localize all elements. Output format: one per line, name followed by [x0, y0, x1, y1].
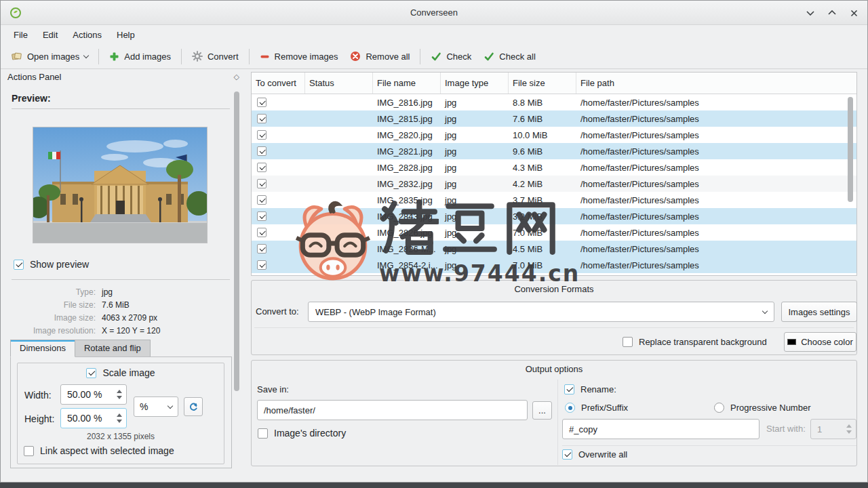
remove-all-button[interactable]: Remove all	[344, 47, 416, 66]
conversion-formats-title: Conversion Formats	[252, 284, 856, 294]
minimize-button[interactable]	[805, 7, 816, 18]
table-row[interactable]: IMG_2816.jpg jpg 8.8 MiB /home/faster/Pi…	[252, 94, 856, 110]
checkbox-box[interactable]	[258, 428, 268, 439]
browse-button[interactable]: ...	[532, 401, 552, 420]
row-file-size: 4.5 MiB	[509, 241, 576, 257]
spinner-arrows-icon[interactable]	[846, 424, 852, 434]
refresh-size-button[interactable]	[184, 397, 203, 416]
spinner-arrows-icon[interactable]	[117, 413, 122, 423]
replace-transparent-checkbox[interactable]: Replace transparent background	[623, 337, 767, 347]
info-resolution-label: Image resolution:	[9, 326, 96, 336]
table-row[interactable]: IMG_2828.jpg jpg 4.3 MiB /home/faster/Pi…	[252, 159, 856, 176]
remove-all-label: Remove all	[366, 52, 410, 62]
table-row[interactable]: IMG_2826-M... jpg 4.5 MiB /home/faster/P…	[252, 241, 856, 257]
save-in-input[interactable]: /home/faster/	[257, 400, 528, 420]
table-row[interactable]: IMG_2826.jpg jpg 7.0 MiB /home/faster/Pi…	[252, 224, 856, 241]
toolbar-separator	[181, 49, 182, 64]
format-combobox[interactable]: WEBP - (WebP Image Format)	[308, 302, 774, 322]
window-title: Converseen	[1, 7, 867, 18]
table-row[interactable]: IMG_2843.jpg jpg 3.2 MiB /home/faster/Pi…	[252, 208, 856, 224]
col-file-size[interactable]: File size	[509, 73, 576, 94]
preview-image	[33, 127, 208, 243]
scale-image-label: Scale image	[102, 367, 155, 378]
close-button[interactable]	[848, 7, 859, 18]
radio-circle[interactable]	[714, 403, 724, 413]
row-file-name: IMG_2815.jpg	[373, 110, 441, 127]
checkbox-box[interactable]	[623, 337, 633, 347]
maximize-button[interactable]	[827, 7, 837, 18]
table-row[interactable]: IMG_2832.jpg jpg 4.2 MiB /home/faster/Pi…	[252, 176, 856, 192]
col-file-name[interactable]: File name	[373, 73, 441, 94]
checkbox-box[interactable]	[564, 384, 574, 394]
menu-help[interactable]: Help	[109, 28, 142, 42]
add-images-button[interactable]: Add images	[103, 47, 177, 66]
overwrite-all-checkbox[interactable]: Overwrite all	[562, 449, 627, 460]
chevron-down-icon	[762, 308, 768, 313]
tab-rotate-and-flip[interactable]: Rotate and flip	[75, 340, 151, 357]
checkbox-box[interactable]	[14, 260, 24, 270]
row-convert-checkbox[interactable]	[257, 195, 267, 205]
scale-image-checkbox[interactable]: Scale image	[86, 367, 155, 378]
dock-float-icon[interactable]: ◇	[234, 73, 239, 81]
row-convert-checkbox[interactable]	[257, 228, 267, 237]
row-convert-checkbox[interactable]	[257, 211, 267, 221]
unit-combobox[interactable]: %	[134, 396, 178, 417]
radio-circle[interactable]	[565, 403, 575, 413]
rename-pattern-input[interactable]: #_copy	[562, 419, 760, 439]
checkbox-box[interactable]	[86, 368, 96, 378]
col-image-type[interactable]: Image type	[441, 73, 509, 94]
table-row[interactable]: IMG_2854-2.i... jpg 7.0 MiB /home/faster…	[252, 257, 856, 273]
table-row[interactable]: IMG_2820.jpg jpg 10.0 MiB /home/faster/P…	[252, 127, 856, 143]
progressive-number-radio[interactable]: Progressive Number	[714, 403, 811, 413]
link-aspect-checkbox[interactable]: Link aspect with selected image	[24, 445, 174, 456]
width-spinner[interactable]: 50.00 %	[60, 384, 127, 405]
open-images-button[interactable]: Open images	[5, 47, 94, 66]
panel-scrollbar[interactable]	[234, 90, 240, 463]
spinner-arrows-icon[interactable]	[117, 390, 122, 399]
col-to-convert[interactable]: To convert	[252, 73, 305, 94]
table-body: IMG_2816.jpg jpg 8.8 MiB /home/faster/Pi…	[252, 94, 856, 273]
start-with-spinner[interactable]: 1	[810, 419, 856, 439]
row-file-path: /home/faster/Pictures/samples	[576, 208, 856, 224]
images-settings-button[interactable]: Images settings	[781, 302, 857, 322]
remove-images-button[interactable]: Remove images	[254, 47, 344, 66]
show-preview-checkbox[interactable]: Show preview	[14, 259, 89, 270]
row-convert-checkbox[interactable]	[257, 260, 267, 270]
table-row[interactable]: IMG_2815.jpg jpg 7.6 MiB /home/faster/Pi…	[252, 110, 856, 127]
menu-actions[interactable]: Actions	[65, 28, 109, 42]
table-scrollbar[interactable]	[848, 96, 854, 272]
row-convert-checkbox[interactable]	[257, 179, 267, 188]
row-convert-checkbox[interactable]	[257, 98, 267, 107]
unit-value: %	[140, 401, 148, 412]
row-status	[305, 192, 373, 208]
width-value: 50.00 %	[67, 389, 102, 400]
menu-edit[interactable]: Edit	[35, 28, 65, 42]
col-status[interactable]: Status	[305, 73, 373, 94]
choose-color-button[interactable]: Choose color	[784, 332, 856, 352]
row-image-type: jpg	[441, 192, 509, 208]
checkbox-box[interactable]	[562, 449, 572, 460]
prefix-suffix-radio[interactable]: Prefix/Suffix	[565, 403, 628, 413]
table-row[interactable]: IMG_2835.jpg jpg 3.7 MiB /home/faster/Pi…	[252, 192, 856, 208]
col-file-path[interactable]: File path	[576, 73, 856, 94]
images-directory-checkbox[interactable]: Image's directory	[258, 428, 346, 439]
row-convert-checkbox[interactable]	[257, 163, 267, 172]
checkbox-box[interactable]	[24, 446, 34, 456]
check-all-button[interactable]: Check all	[477, 47, 541, 66]
convert-button[interactable]: Convert	[186, 47, 245, 66]
check-button[interactable]: Check	[425, 47, 477, 66]
tab-dimensions[interactable]: Dimensions	[10, 340, 75, 357]
row-convert-checkbox[interactable]	[257, 244, 267, 253]
check-icon	[431, 52, 441, 62]
row-convert-checkbox[interactable]	[257, 114, 267, 123]
row-convert-checkbox[interactable]	[257, 130, 267, 140]
menu-file[interactable]: File	[6, 28, 35, 42]
scrollbar-thumb[interactable]	[234, 92, 239, 391]
rename-checkbox[interactable]: Rename:	[564, 384, 616, 394]
scrollbar-thumb[interactable]	[848, 97, 853, 202]
replace-transparent-label: Replace transparent background	[639, 337, 767, 347]
row-convert-checkbox[interactable]	[257, 146, 267, 156]
height-value: 50.00 %	[67, 413, 102, 424]
table-row[interactable]: IMG_2821.jpg jpg 9.6 MiB /home/faster/Pi…	[252, 143, 856, 159]
height-spinner[interactable]: 50.00 %	[60, 408, 127, 428]
